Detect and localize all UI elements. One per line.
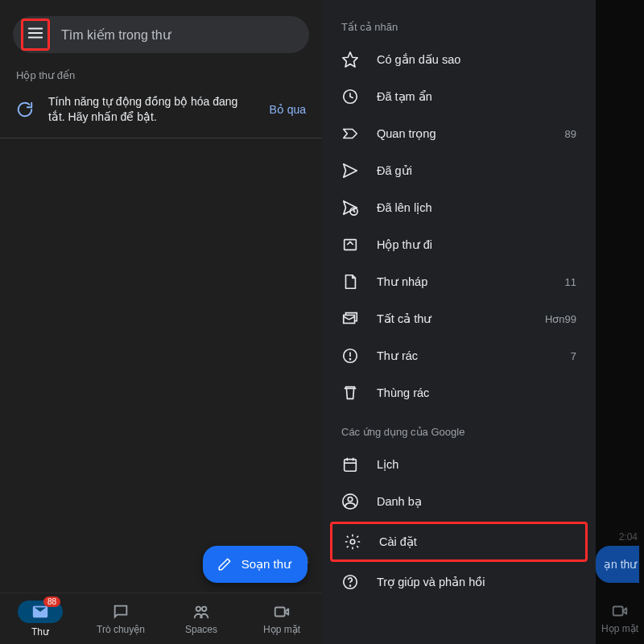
sync-banner[interactable]: Tính năng tự động đồng bộ hóa đang tắt. … bbox=[0, 86, 322, 138]
contacts-icon bbox=[341, 493, 359, 510]
drawer-item-snoozed[interactable]: Đã tạm ẩn bbox=[322, 78, 596, 115]
outbox-icon bbox=[341, 236, 359, 254]
svg-point-4 bbox=[202, 606, 206, 611]
allmail-icon bbox=[341, 310, 359, 328]
svg-rect-27 bbox=[613, 607, 623, 616]
nav-mail-badge: 88 bbox=[43, 597, 60, 607]
search-bar[interactable]: Tìm kiếm trong thư bbox=[13, 16, 309, 53]
meet-icon bbox=[273, 603, 291, 621]
hamburger-highlight bbox=[21, 19, 50, 51]
navigation-drawer: Tất cả nhãn Có gắn dấu sao Đã tạm ẩn Qua… bbox=[322, 0, 596, 644]
help-icon bbox=[341, 573, 359, 591]
meet-icon bbox=[611, 602, 629, 620]
pencil-icon bbox=[216, 555, 233, 573]
drawer-section-all-labels: Tất cả nhãn bbox=[322, 6, 596, 41]
svg-marker-10 bbox=[344, 164, 357, 178]
peek-compose: ạn thư bbox=[596, 546, 639, 583]
spaces-icon bbox=[192, 603, 210, 621]
spam-icon bbox=[341, 347, 359, 365]
star-icon bbox=[341, 51, 359, 68]
drawer-section-google-apps: Các ứng dụng của Google bbox=[322, 411, 596, 446]
inbox-section-label: Hộp thư đến bbox=[0, 53, 322, 86]
calendar-icon bbox=[341, 456, 359, 473]
chat-icon bbox=[112, 603, 130, 621]
important-icon bbox=[341, 125, 359, 142]
svg-point-24 bbox=[350, 539, 355, 544]
trash-icon bbox=[341, 384, 359, 402]
nav-spaces[interactable]: Spaces bbox=[161, 593, 242, 644]
screen-drawer: Tất cả nhãn Có gắn dấu sao Đã tạm ẩn Qua… bbox=[322, 0, 644, 644]
screen-inbox: Tìm kiếm trong thư Hộp thư đến Tính năng… bbox=[0, 0, 322, 644]
drawer-item-help[interactable]: Trợ giúp và phản hồi bbox=[322, 564, 596, 601]
svg-point-26 bbox=[349, 585, 350, 586]
gear-icon bbox=[344, 533, 361, 551]
svg-marker-7 bbox=[343, 52, 357, 67]
bottom-nav: 88 Thư Trò chuyện Spaces Họp mặt bbox=[0, 592, 322, 644]
drawer-item-drafts[interactable]: Thư nháp 11 bbox=[322, 263, 596, 300]
search-placeholder: Tìm kiếm trong thư bbox=[61, 27, 171, 43]
drawer-item-spam[interactable]: Thư rác 7 bbox=[322, 337, 596, 374]
svg-point-22 bbox=[348, 497, 353, 502]
hamburger-icon[interactable] bbox=[27, 24, 44, 42]
svg-rect-18 bbox=[345, 460, 357, 472]
compose-label: Soạn thư bbox=[242, 557, 291, 572]
compose-button[interactable]: Soạn thư bbox=[203, 546, 308, 583]
drawer-item-starred[interactable]: Có gắn dấu sao bbox=[322, 41, 596, 78]
sync-icon bbox=[16, 101, 34, 118]
svg-point-3 bbox=[196, 606, 201, 611]
drawer-item-allmail[interactable]: Tất cả thư Hơn99 bbox=[322, 300, 596, 337]
nav-meet[interactable]: Họp mặt bbox=[242, 593, 322, 644]
sync-message: Tính năng tự động đồng bộ hóa đang tắt. … bbox=[48, 94, 254, 125]
drawer-item-settings[interactable]: Cài đặt bbox=[330, 522, 588, 562]
drawer-item-calendar[interactable]: Lịch bbox=[322, 446, 596, 483]
peek-time: 2:04 bbox=[619, 531, 638, 543]
nav-chat[interactable]: Trò chuyện bbox=[80, 593, 161, 644]
scheduled-icon bbox=[341, 199, 359, 217]
svg-rect-13 bbox=[345, 240, 357, 250]
sync-skip[interactable]: Bỏ qua bbox=[269, 103, 306, 116]
peek-nav-meet: Họp mặt bbox=[596, 592, 644, 644]
drawer-item-trash[interactable]: Thùng rác bbox=[322, 374, 596, 411]
draft-icon bbox=[341, 273, 359, 291]
clock-icon bbox=[341, 88, 359, 105]
drawer-item-scheduled[interactable]: Đã lên lịch bbox=[322, 189, 596, 226]
svg-rect-5 bbox=[275, 607, 285, 616]
drawer-item-contacts[interactable]: Danh bạ bbox=[322, 483, 596, 520]
send-icon bbox=[341, 162, 359, 180]
svg-marker-9 bbox=[344, 130, 357, 138]
scrim-peek[interactable]: 2:04 ạn thư Họp mặt bbox=[596, 0, 644, 644]
drawer-item-sent[interactable]: Đã gửi bbox=[322, 152, 596, 189]
nav-mail[interactable]: 88 Thư bbox=[0, 593, 80, 644]
drawer-item-important[interactable]: Quan trọng 89 bbox=[322, 115, 596, 152]
drawer-item-outbox[interactable]: Hộp thư đi bbox=[322, 226, 596, 263]
svg-point-17 bbox=[349, 359, 350, 360]
